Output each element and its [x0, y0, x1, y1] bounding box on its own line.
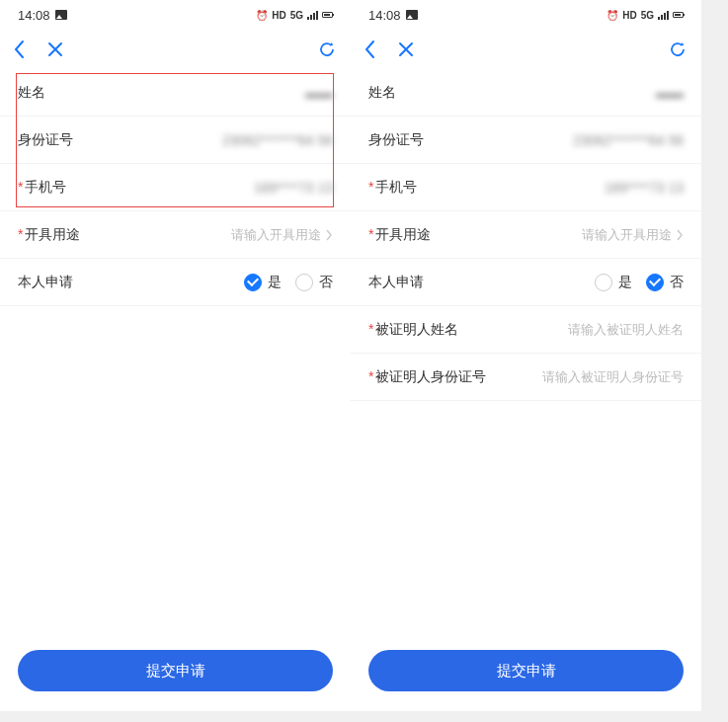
radio-no-label: 否	[670, 274, 684, 291]
radio-yes-circle	[244, 274, 262, 291]
radio-yes[interactable]: 是	[244, 274, 282, 291]
placeholder-purpose: 请输入开具用途	[582, 226, 672, 244]
placeholder-purpose: 请输入开具用途	[231, 226, 321, 244]
label-self-apply: 本人申请	[368, 274, 424, 291]
status-bar: 14:08 ⏰ HD 5G	[351, 0, 701, 30]
value-phone: 189****73 13	[605, 180, 684, 196]
label-phone: 手机号	[25, 179, 66, 197]
back-icon[interactable]	[10, 40, 30, 59]
battery-icon	[322, 12, 333, 18]
label-self-apply: 本人申请	[18, 274, 73, 291]
radio-group-self-apply: 是 否	[595, 274, 684, 291]
picture-icon	[406, 10, 418, 20]
label-purpose: 开具用途	[25, 226, 80, 244]
row-self-apply: 本人申请 是 否	[0, 259, 351, 306]
row-phone: *手机号 189****73 13	[351, 164, 701, 211]
radio-no-label: 否	[319, 274, 333, 291]
signal-icon	[658, 11, 669, 20]
required-star: *	[368, 321, 373, 337]
radio-no-circle	[295, 274, 313, 291]
value-name: ▬▬	[305, 85, 333, 101]
nav-bar	[0, 30, 351, 69]
submit-button[interactable]: 提交申请	[18, 650, 333, 691]
row-certified-name[interactable]: *被证明人姓名 请输入被证明人姓名	[351, 306, 701, 354]
back-icon[interactable]	[361, 40, 380, 59]
alarm-icon: ⏰	[607, 10, 618, 21]
close-icon[interactable]	[45, 40, 65, 59]
radio-yes[interactable]: 是	[595, 274, 632, 291]
row-phone: *手机号 189****73 13	[0, 164, 351, 211]
required-star: *	[18, 226, 23, 242]
label-name: 姓名	[18, 84, 45, 102]
refresh-icon[interactable]	[317, 40, 337, 59]
submit-label: 提交申请	[497, 662, 556, 681]
value-name: ▬▬	[656, 85, 684, 101]
label-purpose: 开具用途	[375, 226, 431, 244]
radio-no[interactable]: 否	[646, 274, 684, 291]
chevron-right-icon	[676, 229, 684, 241]
row-name: 姓名 ▬▬	[351, 69, 701, 117]
bottom-bar: 提交申请	[351, 636, 701, 711]
network-indicator: 5G	[641, 10, 654, 21]
hd-indicator: HD	[622, 10, 636, 21]
label-id-number: 身份证号	[368, 131, 424, 149]
value-id-number: 23062*******64 56	[573, 132, 684, 148]
value-phone: 189****73 13	[254, 180, 333, 196]
radio-no-circle	[646, 274, 664, 291]
chevron-right-icon	[325, 229, 333, 241]
label-certified-name: 被证明人姓名	[375, 321, 458, 339]
hd-indicator: HD	[272, 10, 285, 21]
radio-group-self-apply: 是 否	[244, 274, 333, 291]
signal-icon	[307, 11, 318, 20]
picture-icon	[55, 10, 67, 20]
required-star: *	[368, 179, 373, 195]
row-purpose[interactable]: *开具用途 请输入开具用途	[0, 211, 351, 259]
form-area: 姓名 ▬▬ 身份证号 23062*******64 56 *手机号 189***…	[351, 69, 701, 636]
nav-bar	[351, 30, 701, 69]
battery-icon	[673, 12, 684, 18]
value-id-number: 23062*******64 56	[222, 132, 333, 148]
label-id-number: 身份证号	[18, 131, 73, 149]
label-name: 姓名	[368, 84, 396, 102]
alarm-icon: ⏰	[256, 10, 268, 21]
status-time: 14:08	[18, 8, 50, 23]
refresh-icon[interactable]	[668, 40, 688, 59]
bottom-bar: 提交申请	[0, 636, 351, 711]
form-area: 姓名 ▬▬ 身份证号 23062*******64 56 *手机号 189***…	[0, 69, 351, 636]
required-star: *	[18, 179, 23, 195]
row-self-apply: 本人申请 是 否	[351, 259, 701, 306]
status-time: 14:08	[368, 8, 401, 23]
submit-button[interactable]: 提交申请	[368, 650, 684, 691]
radio-yes-label: 是	[618, 274, 632, 291]
phone-left: 14:08 ⏰ HD 5G 姓名 ▬▬ 身份证	[0, 0, 351, 711]
required-star: *	[368, 368, 373, 384]
label-phone: 手机号	[375, 179, 417, 197]
row-id-number: 身份证号 23062*******64 56	[0, 117, 351, 164]
placeholder-certified-id: 请输入被证明人身份证号	[542, 368, 684, 386]
radio-yes-label: 是	[268, 274, 282, 291]
status-bar: 14:08 ⏰ HD 5G	[0, 0, 351, 30]
row-name: 姓名 ▬▬	[0, 69, 351, 117]
row-certified-id[interactable]: *被证明人身份证号 请输入被证明人身份证号	[351, 354, 701, 401]
close-icon[interactable]	[396, 40, 416, 59]
placeholder-certified-name: 请输入被证明人姓名	[568, 321, 684, 339]
phone-right: 14:08 ⏰ HD 5G 姓名 ▬▬ 身份证号	[351, 0, 701, 711]
row-id-number: 身份证号 23062*******64 56	[351, 117, 701, 164]
row-purpose[interactable]: *开具用途 请输入开具用途	[351, 211, 701, 259]
required-star: *	[368, 226, 373, 242]
submit-label: 提交申请	[146, 662, 205, 681]
radio-yes-circle	[595, 274, 612, 291]
network-indicator: 5G	[290, 10, 303, 21]
radio-no[interactable]: 否	[295, 274, 333, 291]
label-certified-id: 被证明人身份证号	[375, 368, 486, 386]
